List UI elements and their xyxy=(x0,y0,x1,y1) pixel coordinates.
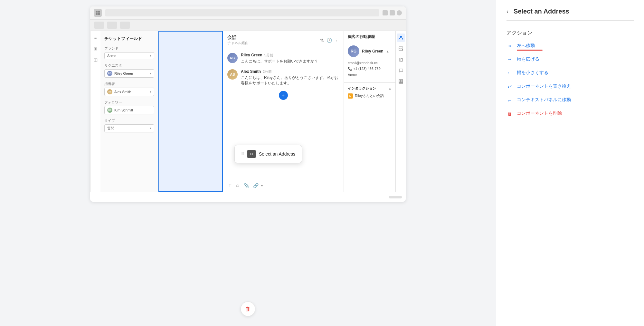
customer-email: email@zendesk.cc xyxy=(348,61,392,65)
follower-label: フォロワー xyxy=(104,100,154,105)
type-value: 質問 xyxy=(107,126,114,131)
browser-tab-1[interactable] xyxy=(94,22,104,29)
phone-icon: 📞 xyxy=(348,67,353,71)
compose-toolbar: T ☺ 📎 🔗 ▾ xyxy=(223,179,344,192)
compose-chevron[interactable]: ▾ xyxy=(261,184,263,187)
context-panel-icon: ⌐ xyxy=(507,97,513,103)
svg-rect-10 xyxy=(401,81,402,82)
assignee-label: 担当者 xyxy=(104,82,154,86)
interaction-item-1: N Rileyさんとの会話 xyxy=(348,93,392,99)
customer-header: RG Riley Green ▲ xyxy=(344,42,395,61)
book-icon-btn[interactable] xyxy=(397,55,405,64)
actions-panel-title: Select an Address xyxy=(514,8,569,15)
sidebar-icon-3[interactable]: ◫ xyxy=(91,55,100,64)
svg-rect-11 xyxy=(402,81,403,82)
type-chevron: ▾ xyxy=(150,127,151,130)
follower-name: Kim Schmitt xyxy=(114,108,133,112)
sidebar-icon-1[interactable]: ≡ xyxy=(91,34,100,42)
browser-footer xyxy=(90,192,406,202)
svg-rect-8 xyxy=(402,80,403,81)
svg-rect-2 xyxy=(96,13,98,15)
actions-panel: ‹ Select an Address アクション « 左へ移動 → 幅を広げる… xyxy=(496,0,644,326)
interactions-title: インタラクション xyxy=(348,86,376,91)
browser-controls xyxy=(383,10,402,15)
customer-avatar: RG xyxy=(348,45,359,57)
footer-action-btn[interactable] xyxy=(389,196,402,198)
interaction-icon-1: N xyxy=(348,93,353,99)
action-move-left[interactable]: « 左へ移動 xyxy=(507,43,634,49)
browser-toolbar xyxy=(90,6,406,20)
actions-section-title: アクション xyxy=(507,30,634,36)
alex-avatar: AS xyxy=(227,69,238,80)
alex-msg-header: Alex Smith 2分前 xyxy=(241,69,339,74)
compose-emoji-icon[interactable]: ☺ xyxy=(234,182,241,189)
delete-component-icon: 🗑 xyxy=(507,111,513,116)
assignee-select[interactable]: AS Alex Smith ▾ xyxy=(104,88,154,96)
riley-text: こんにちは、サポートをお願いできますか？ xyxy=(241,59,318,64)
conversation-title: 会話 xyxy=(227,35,249,41)
requester-chevron: ▾ xyxy=(150,72,151,75)
riley-sender: Riley Green xyxy=(241,53,262,57)
delete-btn-container: 🗑 xyxy=(241,302,255,316)
image-icon-btn[interactable] xyxy=(397,44,405,53)
customer-expand-icon[interactable]: ▲ xyxy=(386,50,389,53)
svg-rect-1 xyxy=(98,11,100,13)
sidebar-icon-2[interactable]: ⊞ xyxy=(91,44,100,53)
follower-field: フォロワー KS Kim Schmitt xyxy=(104,100,154,114)
select-address-overlay[interactable]: ⠿ ✉ Select an Address xyxy=(234,145,302,163)
requester-avatar: RG xyxy=(107,71,112,76)
assignee-name: Alex Smith xyxy=(114,90,131,94)
svg-rect-13 xyxy=(401,83,402,83)
browser-maximize[interactable] xyxy=(390,10,395,15)
type-select[interactable]: 質問 ▾ xyxy=(104,124,154,132)
type-field: タイプ 質問 ▾ xyxy=(104,118,154,132)
add-message-button[interactable]: + xyxy=(279,91,288,100)
clock-icon[interactable]: 🕐 xyxy=(327,38,332,43)
browser-minimize[interactable] xyxy=(383,10,388,15)
browser-close[interactable] xyxy=(397,10,402,15)
assignee-avatar: AS xyxy=(107,89,112,94)
filter-icon[interactable]: ⚗ xyxy=(320,38,324,43)
action-context-panel[interactable]: ⌐ コンテキストパネルに移動 xyxy=(507,97,634,103)
compose-link-icon[interactable]: 🔗 xyxy=(252,182,260,189)
interactions-section: インタラクション ▲ N Rileyさんとの会話 xyxy=(344,82,395,104)
person-icon-btn[interactable] xyxy=(397,34,405,42)
requester-label: リクエスタ xyxy=(104,63,154,68)
customer-panel: 顧客の行動履歴 RG Riley Green ▲ email@zendesk.c… xyxy=(344,31,395,192)
delete-button[interactable]: 🗑 xyxy=(241,302,255,316)
conversation-header-icons: ⚗ 🕐 ⋮ xyxy=(320,38,339,43)
riley-avatar: RG xyxy=(227,53,238,63)
ticket-fields-panel: チケットフィールド ブランド Acme ▾ リクエスタ RG Riley Gre… xyxy=(100,31,158,192)
interactions-expand-icon[interactable]: ▲ xyxy=(388,87,392,90)
svg-rect-7 xyxy=(401,80,402,81)
requester-select[interactable]: RG Riley Green ▾ xyxy=(104,69,154,78)
alex-sender: Alex Smith xyxy=(241,69,261,74)
alex-time: 2分前 xyxy=(263,69,272,74)
svg-rect-14 xyxy=(402,83,403,83)
svg-rect-3 xyxy=(98,13,100,15)
more-icon[interactable]: ⋮ xyxy=(335,38,339,43)
compose-text-icon[interactable]: T xyxy=(227,182,233,189)
follower-select[interactable]: KS Kim Schmitt xyxy=(104,106,154,114)
brand-select[interactable]: Acme ▾ xyxy=(104,52,154,59)
back-button[interactable]: ‹ xyxy=(507,8,508,15)
brand-chevron: ▾ xyxy=(150,54,151,57)
customer-info: email@zendesk.cc 📞 +1 (123) 456-789 Acme xyxy=(344,61,395,82)
brand-value: Acme xyxy=(107,54,116,58)
action-swap-component[interactable]: ⇄ コンポーネントを置き換え xyxy=(507,83,634,89)
compose-attach-icon[interactable]: 📎 xyxy=(242,182,251,189)
action-expand-right[interactable]: → 幅を広げる xyxy=(507,56,634,62)
interaction-text-1: Rileyさんとの会話 xyxy=(355,93,384,98)
browser-url-bar[interactable] xyxy=(105,9,379,16)
browser-tab-3[interactable] xyxy=(120,22,130,29)
chat-icon-btn[interactable] xyxy=(397,66,405,75)
browser-tab-2[interactable] xyxy=(107,22,117,29)
riley-message-content: Riley Green 5分前 こんにちは、サポートをお願いできますか？ xyxy=(241,53,318,64)
interactions-header: インタラクション ▲ xyxy=(348,86,392,91)
delete-component-label: コンポーネントを削除 xyxy=(517,110,562,116)
riley-time: 5分前 xyxy=(264,53,273,58)
svg-rect-0 xyxy=(96,11,98,13)
grid-icon-btn[interactable] xyxy=(397,77,405,86)
action-shrink-left[interactable]: ← 幅を小さくする xyxy=(507,70,634,76)
action-delete-component[interactable]: 🗑 コンポーネントを削除 xyxy=(507,110,634,116)
